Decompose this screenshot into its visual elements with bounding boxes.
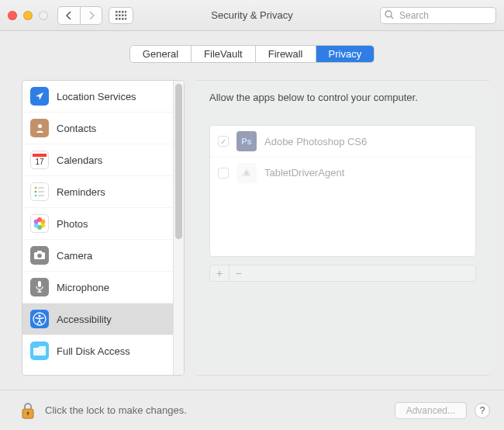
generic-app-icon: [236, 163, 257, 183]
app-checkbox[interactable]: ✓: [218, 136, 229, 147]
zoom-window: [39, 11, 48, 20]
svg-rect-4: [116, 14, 118, 16]
camera-icon: [30, 246, 49, 265]
svg-rect-10: [122, 18, 124, 20]
folder-icon: [30, 342, 49, 360]
scrollbar-thumb[interactable]: [175, 84, 182, 239]
svg-rect-8: [116, 18, 118, 20]
search-icon: [385, 10, 394, 22]
svg-point-17: [35, 187, 37, 189]
sidebar-item-photos[interactable]: Photos: [22, 207, 173, 239]
svg-rect-7: [125, 14, 126, 16]
location-arrow-icon: [30, 87, 49, 106]
photoshop-icon: Ps: [236, 131, 257, 151]
sidebar-item-label: Full Disk Access: [57, 345, 130, 357]
lock-button[interactable]: [19, 401, 37, 420]
footer: Click the lock to make changes. Advanced…: [0, 390, 504, 430]
sidebar-item-camera[interactable]: Camera: [22, 239, 173, 271]
microphone-icon: [30, 278, 49, 296]
sidebar-list[interactable]: Location Services Contacts 17 Calendars: [22, 81, 173, 375]
add-button[interactable]: +: [210, 265, 229, 281]
add-remove-buttons: + −: [209, 265, 476, 282]
svg-point-31: [37, 254, 42, 258]
close-window[interactable]: [8, 11, 17, 20]
svg-point-12: [385, 11, 392, 17]
app-name: Adobe Photoshop CS6: [264, 136, 367, 147]
svg-point-14: [38, 124, 42, 128]
search-container: [380, 7, 496, 24]
svg-rect-11: [125, 18, 126, 20]
svg-rect-2: [122, 11, 124, 13]
titlebar: Security & Privacy: [0, 0, 504, 31]
sidebar-item-accessibility[interactable]: Accessibility: [22, 303, 173, 335]
lock-text: Click the lock to make changes.: [45, 404, 187, 416]
sidebar-item-microphone[interactable]: Microphone: [22, 271, 173, 303]
nav-buttons: [57, 6, 102, 25]
svg-rect-18: [38, 187, 44, 188]
svg-rect-9: [119, 18, 121, 20]
window: Security & Privacy General FileVault Fir…: [0, 0, 504, 430]
search-input[interactable]: [380, 7, 496, 24]
tab-firewall[interactable]: Firewall: [255, 46, 316, 62]
chevron-left-icon: [66, 12, 72, 19]
svg-point-21: [35, 195, 37, 197]
calendar-icon: 17: [30, 151, 49, 169]
svg-rect-20: [38, 191, 44, 192]
tab-general[interactable]: General: [130, 46, 191, 62]
sidebar-item-contacts[interactable]: Contacts: [22, 112, 173, 144]
back-button[interactable]: [58, 7, 80, 24]
lock-icon: [20, 401, 36, 420]
help-button[interactable]: ?: [475, 403, 490, 418]
remove-button[interactable]: −: [229, 265, 247, 281]
app-row[interactable]: TabletDriverAgent: [210, 157, 475, 188]
svg-text:17: 17: [35, 158, 44, 166]
main-prompt: Allow the apps below to control your com…: [209, 92, 476, 103]
svg-rect-5: [119, 14, 121, 16]
svg-point-28: [34, 220, 39, 224]
main-panel: Allow the apps below to control your com…: [195, 80, 490, 376]
svg-rect-30: [37, 251, 42, 253]
svg-rect-1: [119, 11, 121, 13]
app-name: TabletDriverAgent: [264, 167, 344, 179]
svg-point-36: [38, 314, 40, 317]
tab-filevault[interactable]: FileVault: [191, 46, 255, 62]
app-row[interactable]: ✓ Ps Adobe Photoshop CS6: [210, 126, 475, 157]
sidebar-item-label: Contacts: [57, 123, 96, 134]
sidebar-item-label: Microphone: [57, 282, 109, 293]
svg-line-13: [391, 16, 393, 19]
svg-rect-6: [122, 14, 124, 16]
svg-rect-40: [27, 413, 28, 415]
sidebar-item-label: Camera: [57, 250, 92, 262]
sidebar-item-label: Reminders: [57, 186, 105, 198]
chevron-right-icon: [88, 12, 95, 19]
svg-rect-3: [125, 11, 126, 13]
sidebar-item-label: Calendars: [57, 154, 102, 166]
segmented-control: General FileVault Firewall Privacy: [129, 45, 375, 63]
traffic-lights: [8, 11, 48, 20]
show-all-button[interactable]: [109, 7, 133, 24]
grid-icon: [116, 11, 126, 20]
sidebar-item-location-services[interactable]: Location Services: [22, 81, 173, 112]
tab-privacy[interactable]: Privacy: [316, 46, 375, 62]
tab-bar: General FileVault Firewall Privacy: [0, 31, 504, 72]
app-list: ✓ Ps Adobe Photoshop CS6 TabletDriverAge…: [209, 125, 476, 257]
sidebar-scrollbar[interactable]: [173, 81, 184, 375]
svg-rect-0: [116, 11, 118, 13]
content: Location Services Contacts 17 Calendars: [0, 72, 504, 390]
sidebar: Location Services Contacts 17 Calendars: [22, 80, 185, 376]
sidebar-item-calendars[interactable]: 17 Calendars: [22, 144, 173, 175]
minimize-window[interactable]: [23, 11, 33, 20]
reminders-icon: [30, 182, 49, 201]
svg-rect-15: [33, 154, 47, 157]
svg-rect-32: [38, 281, 41, 287]
sidebar-item-reminders[interactable]: Reminders: [22, 175, 173, 207]
accessibility-icon: [30, 310, 49, 328]
svg-point-37: [245, 171, 249, 175]
app-checkbox[interactable]: [218, 168, 229, 179]
svg-point-19: [35, 191, 37, 193]
forward-button: [80, 7, 102, 24]
advanced-button[interactable]: Advanced...: [395, 402, 467, 419]
sidebar-item-label: Photos: [57, 218, 88, 230]
contacts-icon: [30, 119, 49, 137]
sidebar-item-full-disk-access[interactable]: Full Disk Access: [22, 335, 173, 366]
